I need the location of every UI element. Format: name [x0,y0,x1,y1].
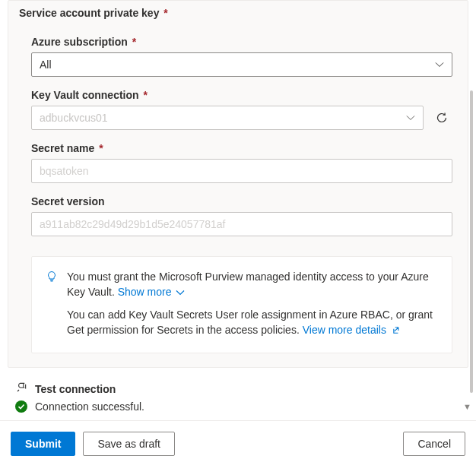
key-vault-connection-placeholder: adbuckvcus01 [40,112,406,124]
field-secret-version: Secret version [31,195,452,236]
lightbulb-icon [46,271,58,283]
secret-name-label-text: Secret name [31,142,94,154]
save-as-draft-button[interactable]: Save as draft [83,432,175,456]
plug-icon [15,381,27,396]
cancel-button[interactable]: Cancel [403,432,465,456]
submit-button[interactable]: Submit [11,432,75,456]
test-connection-label: Test connection [35,383,116,395]
scroll-down-arrow-icon[interactable]: ▼ [463,402,471,411]
key-vault-connection-label-text: Key Vault connection [31,89,139,101]
secret-version-label: Secret version [31,195,452,207]
test-connection-row[interactable]: Test connection [0,368,476,397]
show-more-link[interactable]: Show more [118,286,186,298]
footer-actions: Submit Save as draft Cancel [0,420,476,459]
form-panel: Service account private key * Azure subs… [8,0,468,368]
secret-version-label-text: Secret version [31,195,105,207]
success-check-icon [15,400,27,413]
connection-status-row: Connection successful. ▼ [0,397,476,420]
info-text: You must grant the Microsoft Purview man… [67,269,438,339]
required-asterisk: * [163,7,167,19]
section-title-text: Service account private key [19,7,159,19]
azure-subscription-label: Azure subscription * [31,36,452,48]
required-asterisk: * [99,142,103,154]
connection-status-text: Connection successful. [35,400,144,413]
azure-subscription-select[interactable]: All [31,52,452,77]
chevron-down-icon [176,288,185,297]
chevron-down-icon [406,113,415,122]
secret-name-input[interactable] [31,159,452,183]
view-more-details-link[interactable]: View more details [303,324,402,336]
scrollbar[interactable] [470,90,473,393]
field-secret-name: Secret name * [31,142,452,183]
chevron-down-icon [435,60,444,69]
required-asterisk: * [143,89,147,101]
section-title: Service account private key * [8,1,468,24]
required-asterisk: * [132,36,136,48]
azure-subscription-label-text: Azure subscription [31,36,128,48]
info-box: You must grant the Microsoft Purview man… [31,256,452,353]
refresh-button[interactable] [431,107,452,128]
form-body: Azure subscription * All Key Vault conne… [8,36,468,353]
secret-version-input[interactable] [31,212,452,236]
field-azure-subscription: Azure subscription * All [31,36,452,77]
azure-subscription-value: All [40,59,435,71]
external-link-icon [392,325,402,337]
field-key-vault-connection: Key Vault connection * adbuckvcus01 [31,89,452,130]
key-vault-connection-label: Key Vault connection * [31,89,452,101]
key-vault-connection-select[interactable]: adbuckvcus01 [31,106,424,130]
view-more-text: View more details [303,324,386,336]
show-more-text: Show more [118,286,172,298]
refresh-icon [436,112,448,124]
secret-name-label: Secret name * [31,142,452,154]
